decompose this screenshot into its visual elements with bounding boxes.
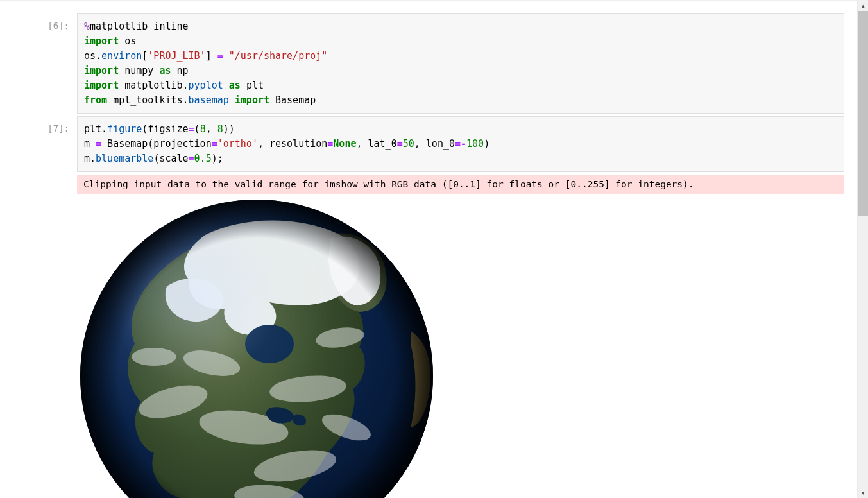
- output-cell: Clipping input data to the valid range f…: [13, 175, 844, 194]
- globe-image: [77, 196, 436, 498]
- code-input[interactable]: %matplotlib inline import os os.environ[…: [77, 13, 844, 114]
- input-prompt: [6]:: [13, 13, 77, 31]
- svg-point-13: [80, 200, 433, 498]
- image-output: [77, 196, 844, 498]
- cells-container: [6]:%matplotlib inline import os os.envi…: [0, 1, 857, 498]
- vertical-scrollbar[interactable]: ▴ ▾: [857, 0, 868, 498]
- page-wrap: [6]:%matplotlib inline import os os.envi…: [0, 0, 868, 498]
- code-cell: [7]:plt.figure(figsize=(8, 8)) m = Basem…: [13, 116, 844, 172]
- code-cell: [6]:%matplotlib inline import os os.envi…: [13, 13, 844, 114]
- scrollbar-thumb[interactable]: [858, 11, 868, 216]
- input-prompt: [7]:: [13, 116, 77, 133]
- stderr-output: Clipping input data to the valid range f…: [77, 175, 844, 194]
- notebook-content[interactable]: [6]:%matplotlib inline import os os.envi…: [0, 0, 857, 498]
- code-input[interactable]: plt.figure(figsize=(8, 8)) m = Basemap(p…: [77, 116, 844, 172]
- scroll-up-arrow-icon[interactable]: ▴: [858, 0, 868, 11]
- output-prompt: [13, 196, 77, 203]
- scroll-down-arrow-icon[interactable]: ▾: [858, 487, 868, 498]
- output-cell: [13, 196, 844, 498]
- output-prompt: [13, 175, 77, 182]
